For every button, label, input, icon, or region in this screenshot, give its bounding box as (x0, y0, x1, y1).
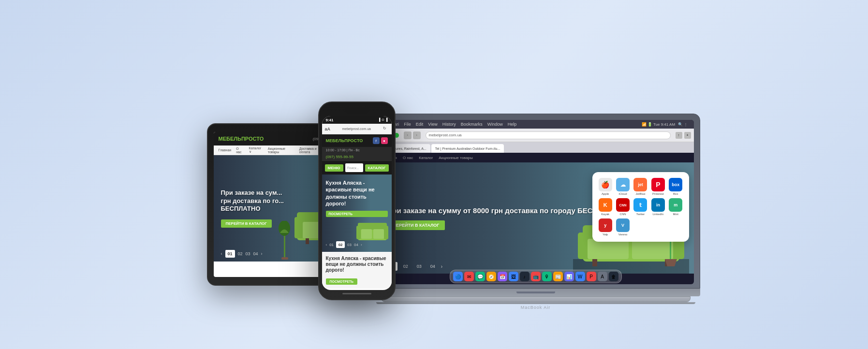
bookmark-cnn[interactable]: CNN CNN (616, 198, 630, 216)
menu-status: 📶 🔋 Tue 9:41 AM 🔍 ⋮ (642, 122, 688, 127)
bookmark-box[interactable]: box Box (668, 178, 683, 195)
bookmark-venmo[interactable]: V Venmo (616, 218, 630, 236)
phone-logo: МЕБЕЛЬПРОСТО (326, 138, 363, 143)
svg-rect-5 (592, 259, 597, 266)
svg-rect-7 (588, 239, 629, 259)
dock-photos[interactable]: 🖼 (509, 272, 518, 281)
phone-pag-prev[interactable]: ‹ (326, 243, 327, 247)
phone-hero: Кухня Аляска - красивые вещи не должны с… (322, 174, 392, 252)
dock-finder[interactable]: 🔵 (453, 272, 463, 281)
laptop-screen:  Safari File Edit View History Bookmark… (378, 120, 694, 284)
dock-safari[interactable]: 🧭 (486, 272, 496, 281)
svg-rect-8 (632, 239, 673, 259)
tab-2[interactable]: Tel | Premium Australian Outdoor Furn-it… (431, 144, 504, 153)
dock-tv[interactable]: 📺 (531, 272, 541, 281)
tablet-nav-about[interactable]: О нас (236, 147, 244, 154)
hero-title: При заказе на сумму от 8000 грн доставка… (387, 206, 623, 216)
menu-help[interactable]: Help (508, 122, 517, 127)
phone-pag-1[interactable]: 01 (329, 243, 334, 247)
menu-history[interactable]: History (442, 122, 456, 127)
phone-reader-toggle[interactable]: aA (325, 127, 331, 131)
phone-statusbar: 9:41 ▐ ⊙ ▐ (322, 116, 392, 124)
phone-hours: 10:00 - 17:00 | Пн - Вс (322, 147, 392, 153)
menu-edit[interactable]: Edit (416, 122, 424, 127)
tablet-cta-button[interactable]: ПЕРЕЙТИ В КАТАЛОГ (221, 219, 272, 228)
bookmark-mint[interactable]: m Mint (668, 198, 683, 216)
phone-pag-2[interactable]: 02 (336, 241, 345, 248)
laptop-notch (516, 291, 555, 293)
pag-next[interactable]: › (441, 264, 442, 269)
laptop-hinge (371, 289, 700, 296)
menu-bookmarks[interactable]: Bookmarks (461, 122, 483, 127)
webpage-hero-content: При заказе на сумму от 8000 грн доставка… (387, 206, 623, 231)
bookmark-icloud[interactable]: ☁ iCloud (616, 178, 630, 195)
facebook-icon[interactable]: f (373, 137, 380, 144)
menu-file[interactable]: File (404, 122, 411, 127)
dock-powerpoint[interactable]: P (587, 272, 596, 281)
bookmark-yelp[interactable]: y Yelp (598, 218, 613, 236)
phone-catalog-button[interactable]: КАТАЛОГ (365, 164, 389, 172)
bookmark-jet[interactable]: jet JetBlue (633, 178, 647, 195)
phone-home-indicator (342, 293, 371, 294)
bookmark-pinterest[interactable]: P Pinterest (651, 178, 665, 195)
menu-view[interactable]: View (428, 122, 437, 127)
laptop-foot (376, 302, 695, 304)
tablet-nav-home[interactable]: Главная (219, 148, 232, 152)
pag-4[interactable]: 04 (427, 262, 438, 271)
laptop-base (381, 296, 691, 302)
phone-sofa (355, 216, 389, 247)
nav-controls: ‹ › (404, 131, 421, 139)
phone-hero-title: Кухня Аляска - красивые вещи не должны с… (326, 179, 388, 207)
bookmark-twitter[interactable]: 𝕥 Twitter (633, 198, 647, 216)
tablet-pag-next[interactable]: › (261, 251, 263, 256)
pag-3[interactable]: 03 (414, 262, 425, 271)
dock-trash[interactable]: 🗑 (609, 272, 618, 281)
cta-button[interactable]: ПЕРЕЙТИ В КАТАЛОГ (387, 220, 445, 230)
bookmark-kayak[interactable]: K Kayak (598, 198, 613, 216)
tablet-pag-4[interactable]: 04 (253, 251, 258, 256)
dock-appstore[interactable]: A (598, 272, 607, 281)
pag-2[interactable]: 02 (400, 262, 411, 271)
phone-refresh-icon[interactable]: ↻ (383, 126, 389, 132)
back-button[interactable]: ‹ (404, 131, 412, 139)
phone-number[interactable]: (097) 555-99-55 (322, 153, 392, 161)
instagram-icon[interactable]: ● (381, 137, 388, 144)
phone-status-icons: ▐ ⊙ ▐ (378, 118, 388, 122)
phone-look-btn[interactable]: ПОСМОТРЕТЬ (326, 278, 358, 285)
phone-menu-button[interactable]: МЕНЮ (325, 164, 343, 172)
dock-music[interactable]: ♪ (520, 272, 530, 281)
bookmarks-popup: 🍎 Apple ☁ iCloud jet JetBlue (592, 172, 689, 242)
tablet-nav-sale[interactable]: Акционные товары (268, 147, 294, 154)
phone-url-bar[interactable]: mebelprost.com.ua (332, 127, 381, 131)
bookmark-apple[interactable]: 🍎 Apple (598, 178, 613, 195)
phone-pag-3[interactable]: 03 (347, 243, 352, 247)
tablet-nav-catalog[interactable]: Каталог ∨ (249, 146, 263, 154)
dock-podcasts[interactable]: 🎙 (542, 272, 552, 281)
dock-word[interactable]: W (575, 272, 585, 281)
tablet-pag-3[interactable]: 03 (246, 251, 250, 256)
dock-mail[interactable]: ✉ (464, 272, 474, 281)
phone-product-title: Кухня Аляска - красивые вещи не должны с… (326, 256, 388, 273)
laptop-model-label: MacBook Air (371, 305, 700, 310)
menu-window[interactable]: Window (487, 122, 503, 127)
add-tab-icon[interactable]: + (684, 132, 691, 139)
dock-news[interactable]: 📰 (553, 272, 563, 281)
tablet-pag-1[interactable]: 01 (225, 250, 235, 258)
laptop-device:  Safari File Edit View History Bookmark… (371, 114, 700, 310)
tablet-pag-2[interactable]: 02 (238, 251, 243, 256)
signal-icon: ▐ (378, 118, 381, 122)
forward-button[interactable]: › (413, 131, 421, 139)
dock-excel[interactable]: 📊 (564, 272, 574, 281)
tablet-logo: МЕБЕЛЬПРОСТО (219, 136, 264, 142)
tablet-pag-prev[interactable]: ‹ (221, 251, 222, 256)
share-icon[interactable]: ↑ (676, 132, 682, 139)
address-bar[interactable]: mebelprost.com.ua (426, 131, 671, 139)
phone-site-header: МЕБЕЛЬПРОСТО f ● (322, 134, 392, 147)
dock-messages[interactable]: 💬 (475, 272, 485, 281)
laptop-webpage: 🍎 Apple ☁ iCloud jet JetBlue (378, 153, 694, 274)
phone-product-section: Кухня Аляска - красивые вещи не должны с… (322, 252, 392, 289)
dock-calendar[interactable]: 📅 (498, 272, 507, 281)
bookmark-linkedin[interactable]: in LinkedIn (651, 198, 665, 216)
svg-rect-28 (356, 226, 361, 239)
phone-search-input[interactable]: Поиск... (345, 163, 363, 172)
